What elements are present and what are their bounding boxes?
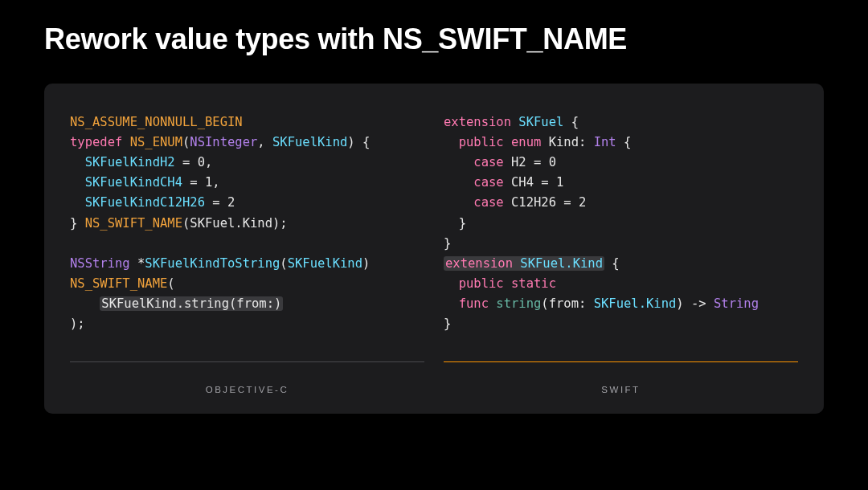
eq: = <box>205 195 227 210</box>
param-type: SKFuelKind <box>288 256 362 271</box>
args: (SKFuel.Kind); <box>182 216 288 231</box>
close: ); <box>70 316 85 331</box>
name-kind: Kind <box>549 135 579 149</box>
param-type: SKFuel.Kind <box>594 296 677 311</box>
eq: = <box>526 155 549 169</box>
kw-public: public <box>459 135 504 149</box>
highlight-string-from: SKFuelKind.string(from:) <box>100 296 283 311</box>
fn-tostring: SKFuelKindToString <box>145 256 280 271</box>
swift-code: extension SKFuel { public enum Kind: Int… <box>444 112 798 334</box>
indent <box>444 175 473 190</box>
sp <box>504 155 511 169</box>
case-h2: H2 <box>511 155 526 169</box>
kw-public: public <box>459 276 504 291</box>
kw-static: static <box>511 276 556 291</box>
val: 0 <box>549 155 556 169</box>
sp <box>541 135 548 149</box>
indent <box>444 155 473 169</box>
type-skfuel: SKFuel <box>518 115 563 129</box>
keyword-typedef: typedef <box>70 135 122 149</box>
ns-enum: NS_ENUM <box>122 135 182 149</box>
brace: } <box>459 216 466 231</box>
type-string: String <box>714 296 759 311</box>
brace: { <box>604 256 620 271</box>
type-nsinteger: NSInteger <box>190 135 257 149</box>
star: * <box>130 256 145 271</box>
indent <box>444 216 459 231</box>
divider-line <box>444 361 798 362</box>
brace: } <box>70 216 85 231</box>
sp <box>504 175 511 190</box>
eq: = <box>175 155 198 169</box>
divider-line <box>70 361 424 362</box>
indent <box>444 135 459 149</box>
swift-column: extension SKFuel { public enum Kind: Int… <box>434 112 808 394</box>
kw-extension: extension <box>445 256 513 271</box>
arrow: ) -> <box>676 296 714 311</box>
label-from: from <box>549 296 579 311</box>
comma: , <box>212 175 219 190</box>
enum-h2: SKFuelKindH2 <box>85 155 175 169</box>
indent <box>70 296 100 311</box>
eq: = <box>556 195 579 210</box>
kw-case: case <box>473 195 503 210</box>
eq: = <box>182 175 205 190</box>
case-c12h26: C12H26 <box>511 195 556 210</box>
indent <box>70 195 85 210</box>
indent <box>444 296 459 311</box>
eq: = <box>534 175 556 190</box>
val: 0 <box>198 155 205 169</box>
code-container: NS_ASSUME_NONNULL_BEGIN typedef NS_ENUM(… <box>44 84 824 414</box>
punct: ) { <box>347 135 370 149</box>
punct: , <box>257 135 272 149</box>
sp <box>489 296 496 311</box>
colon: : <box>579 135 594 149</box>
val: 1 <box>556 175 563 190</box>
swift-name-macro: NS_SWIFT_NAME <box>85 216 182 231</box>
macro: NS_ASSUME_NONNULL_BEGIN <box>70 115 243 129</box>
case-ch4: CH4 <box>511 175 534 190</box>
sp <box>504 276 511 291</box>
comma: , <box>205 155 212 169</box>
paren: ( <box>541 296 548 311</box>
slide-title: Rework value types with NS_SWIFT_NAME <box>44 22 824 56</box>
swift-label: SWIFT <box>444 375 798 394</box>
val: 2 <box>227 195 235 210</box>
indent <box>444 276 459 291</box>
indent <box>444 195 473 210</box>
paren: ( <box>280 256 287 271</box>
type-skfuel-kind: SKFuel.Kind <box>520 256 603 271</box>
enum-c12h26: SKFuelKindC12H26 <box>85 195 205 210</box>
objc-divider: OBJECTIVE-C <box>70 334 424 394</box>
val: 1 <box>205 175 212 190</box>
kw-func: func <box>459 296 489 311</box>
swift-name-macro: NS_SWIFT_NAME <box>70 276 167 291</box>
val: 2 <box>579 195 586 210</box>
objc-code: NS_ASSUME_NONNULL_BEGIN typedef NS_ENUM(… <box>70 112 424 334</box>
colon: : <box>579 296 594 311</box>
fn-string: string <box>496 296 541 311</box>
kw-case: case <box>473 175 503 190</box>
type-skfuelkind: SKFuelKind <box>272 135 347 149</box>
paren: ) <box>362 256 370 271</box>
type-nsstring: NSString <box>70 256 130 271</box>
sp <box>511 115 518 129</box>
kw-enum: enum <box>511 135 541 149</box>
enum-ch4: SKFuelKindCH4 <box>85 175 182 190</box>
highlight-extension: extension SKFuel.Kind <box>444 256 604 271</box>
indent <box>70 155 85 169</box>
objc-label: OBJECTIVE-C <box>70 375 424 394</box>
brace: } <box>444 236 451 251</box>
brace: { <box>616 135 632 149</box>
sp <box>504 135 511 149</box>
brace: { <box>563 115 579 129</box>
slide: Rework value types with NS_SWIFT_NAME NS… <box>0 0 868 490</box>
objc-column: NS_ASSUME_NONNULL_BEGIN typedef NS_ENUM(… <box>60 112 434 394</box>
punct: ( <box>182 135 190 149</box>
type-int: Int <box>594 135 616 149</box>
kw-case: case <box>473 155 503 169</box>
indent <box>70 175 85 190</box>
brace: } <box>444 316 451 331</box>
swift-divider: SWIFT <box>444 334 798 394</box>
paren: ( <box>167 276 174 291</box>
